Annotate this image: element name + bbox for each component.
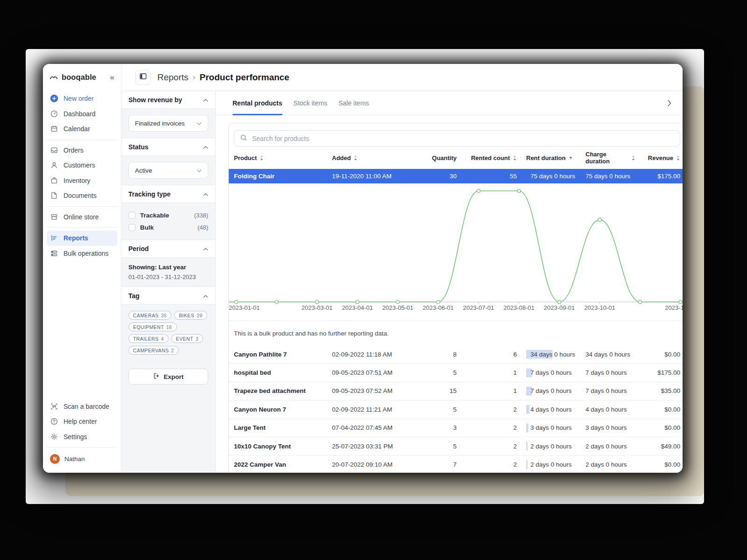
- column-header-quantity[interactable]: Quantity: [406, 154, 457, 161]
- user-menu[interactable]: N Nathan: [47, 450, 117, 467]
- sidebar-item-online-store[interactable]: Online store: [47, 210, 117, 225]
- chart-point: [396, 300, 399, 303]
- table-row[interactable]: Canyon Neuron 702-09-2022 11:21 AM524 da…: [229, 400, 683, 419]
- tabs-overflow-chevron-icon[interactable]: [668, 100, 671, 106]
- table-row-selected[interactable]: Folding Chair19-11-2020 11:00 AM305575 d…: [229, 169, 683, 183]
- sort-icon[interactable]: [513, 155, 517, 161]
- rented-count-cell: 2: [457, 424, 517, 431]
- sidebar-item-documents[interactable]: Documents: [47, 188, 117, 203]
- column-header-product[interactable]: Product: [229, 154, 327, 161]
- tag-pill-event[interactable]: EVENT3: [171, 334, 203, 343]
- sort-icon[interactable]: [676, 155, 680, 161]
- rent-duration-cell: 2 days 0 hours: [517, 461, 581, 468]
- table-row[interactable]: Large Tent07-04-2022 07:45 AM323 days 0 …: [229, 419, 683, 437]
- table-row[interactable]: 2022 Camper Van20-07-2022 09:10 AM722 da…: [229, 455, 683, 473]
- tag-pill-equipment[interactable]: EQUIPMENT16: [128, 322, 177, 331]
- revenue-cell: $0.00: [635, 424, 683, 431]
- tag-pill-trailers[interactable]: TRAILERS4: [128, 334, 169, 343]
- column-header-charge-duration[interactable]: Charge duration: [581, 151, 635, 165]
- sort-icon[interactable]: [569, 156, 573, 160]
- table-header: ProductAddedQuantityRented countRent dur…: [229, 147, 683, 169]
- sidebar-item-orders[interactable]: Orders: [47, 143, 117, 158]
- search-input[interactable]: [252, 135, 674, 142]
- store-icon: [50, 213, 58, 221]
- column-header-rent-duration[interactable]: Rent duration: [517, 154, 581, 161]
- rent-duration-cell: 7 days 0 hours: [517, 387, 581, 394]
- column-label: Quantity: [432, 154, 457, 161]
- tab-sale-items[interactable]: Sale items: [338, 91, 369, 115]
- chart-point: [557, 300, 561, 303]
- duration-text: 3 days 0 hours: [526, 424, 572, 431]
- filter-section-tag[interactable]: Tag: [121, 287, 215, 305]
- page-header: Reports › Product performance: [121, 64, 683, 91]
- sidebar-item-calendar[interactable]: Calendar: [47, 121, 117, 137]
- settings-icon: [50, 433, 58, 441]
- divider: [47, 447, 117, 448]
- column-header-added[interactable]: Added: [327, 154, 406, 161]
- column-header-revenue[interactable]: Revenue: [635, 154, 683, 161]
- chart-point: [598, 218, 601, 221]
- status-select[interactable]: Active: [128, 162, 208, 179]
- rented-count-cell: 2: [457, 461, 517, 468]
- tab-rental-products[interactable]: Rental products: [233, 91, 282, 115]
- bulk-checkbox[interactable]: [128, 224, 135, 231]
- chevron-up-icon: [203, 96, 208, 104]
- filter-title: Period: [128, 245, 149, 252]
- export-button[interactable]: Export: [128, 369, 208, 385]
- rented-count-cell: 2: [457, 443, 517, 450]
- added-cell: 20-07-2022 09:10 AM: [327, 461, 406, 468]
- sidebar-item-reports[interactable]: Reports: [47, 231, 117, 246]
- table-row[interactable]: Canyon Pathlite 702-09-2022 11:18 AM8634…: [229, 345, 683, 364]
- tag-pill-bikes[interactable]: BIKES28: [174, 311, 207, 320]
- sidebar-item-settings[interactable]: Settings: [47, 429, 117, 445]
- filter-section-status[interactable]: Status: [121, 138, 215, 156]
- column-header-rented-count[interactable]: Rented count: [457, 154, 517, 161]
- added-cell: 07-04-2022 07:45 AM: [327, 424, 406, 431]
- sidebar-item-scan-a-barcode[interactable]: Scan a barcode: [47, 399, 117, 414]
- trackable-checkbox[interactable]: [128, 212, 135, 219]
- charge-duration-cell: 3 days 0 hours: [581, 424, 635, 431]
- table-row[interactable]: 10x10 Canopy Tent25-07-2023 03:31 PM522 …: [229, 437, 683, 455]
- tag-pill-campervans[interactable]: CAMPERVANS2: [128, 346, 179, 355]
- sidebar-item-label: Inventory: [63, 177, 91, 184]
- sort-icon[interactable]: [260, 155, 264, 161]
- sort-icon[interactable]: [353, 155, 358, 161]
- charge-duration-cell: 7 days 0 hours: [581, 369, 635, 376]
- added-cell: 02-09-2022 11:21 AM: [327, 406, 406, 413]
- table-row[interactable]: hospital bed09-05-2023 07:51 AM517 days …: [229, 364, 683, 382]
- sidebar-item-inventory[interactable]: Inventory: [47, 173, 117, 189]
- sidebar-item-label: Dashboard: [63, 110, 96, 118]
- documents-icon: [50, 191, 58, 200]
- tag-pill-cameras[interactable]: CAMERAS35: [128, 311, 171, 320]
- tab-stock-items[interactable]: Stock items: [294, 91, 327, 115]
- sidebar-item-bulk-operations[interactable]: Bulk operations: [47, 246, 117, 261]
- calendar-icon: [50, 125, 58, 133]
- filter-section-show-revenue-by[interactable]: Show revenue by: [121, 91, 215, 109]
- checkbox-label: Trackable: [140, 212, 169, 219]
- logo-row: booqable «: [43, 64, 121, 87]
- duration-text: 7 days 0 hours: [526, 387, 572, 394]
- sidebar-item-help-center[interactable]: Help center: [47, 414, 117, 429]
- sidebar-item-label: Online store: [63, 213, 99, 221]
- sort-icon[interactable]: [631, 155, 635, 161]
- export-icon: [153, 372, 160, 381]
- sidebar-item-new-order[interactable]: New order: [47, 91, 117, 106]
- divider: [47, 227, 117, 228]
- product-cell: Trapeze bed attachment: [229, 387, 327, 394]
- column-label: Rented count: [471, 154, 510, 161]
- select-value: Active: [135, 167, 152, 174]
- toggle-panel-button[interactable]: [135, 70, 151, 85]
- sidebar-item-dashboard[interactable]: Dashboard: [47, 106, 117, 122]
- revenue-cell: $0.00: [635, 406, 683, 413]
- sidebar-item-customers[interactable]: Customers: [47, 158, 117, 173]
- sidebar-collapse-icon[interactable]: «: [110, 73, 114, 81]
- revenue-cell: $0.00: [635, 461, 683, 468]
- revenue-by-select[interactable]: Finalized invoices: [128, 115, 208, 132]
- bulk-icon: [50, 249, 58, 258]
- filter-section-tracking-type[interactable]: Tracking type: [121, 185, 215, 203]
- charge-duration-cell: 2 days 0 hours: [581, 443, 635, 450]
- table-row[interactable]: Trapeze bed attachment09-05-2023 07:52 A…: [229, 382, 683, 400]
- breadcrumb-section[interactable]: Reports: [157, 72, 189, 83]
- filter-section-period[interactable]: Period: [121, 240, 215, 258]
- sidebar-item-label: Orders: [63, 147, 84, 154]
